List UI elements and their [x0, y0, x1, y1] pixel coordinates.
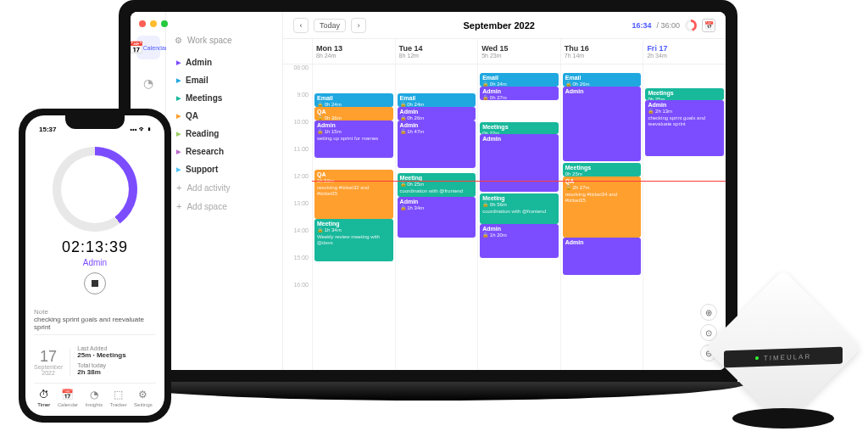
- add-activity-button[interactable]: +Add activity: [175, 178, 274, 197]
- tracked-total: / 36:00: [656, 21, 680, 30]
- workspace-header[interactable]: ⚙Work space: [175, 36, 274, 45]
- sidebar-item-reading[interactable]: ▶Reading: [175, 125, 274, 143]
- day-column[interactable]: Email🔒 0h 24mAdmin🔒 0h 26mAdmin🔒 1h 47mM…: [395, 64, 478, 370]
- lock-icon: 🔒: [648, 109, 654, 114]
- phone-tab-insights[interactable]: ◔Insights: [85, 389, 103, 407]
- next-week-button[interactable]: ›: [351, 18, 366, 33]
- timer-ring: [53, 147, 137, 232]
- event-block[interactable]: Email🔒 0h 24m: [398, 93, 476, 107]
- event-block[interactable]: Meetings0h 25m: [645, 88, 724, 100]
- phone-tab-settings[interactable]: ⚙Settings: [134, 389, 153, 407]
- sidebar-item-meetings[interactable]: ▶Meetings: [175, 89, 274, 107]
- phone-mockup: 15:37••• ᯤ ▮ 02:13:39 Admin Note checkin…: [19, 109, 171, 423]
- event-block[interactable]: Admin: [563, 238, 642, 275]
- note-input[interactable]: checking sprint goals and reevaluate spr…: [34, 316, 156, 335]
- hour-label: 14:00: [283, 227, 312, 255]
- event-block[interactable]: Meetings0h 22m: [480, 122, 559, 134]
- event-block[interactable]: Email🔒 0h 26m: [563, 73, 642, 87]
- day-column[interactable]: Email🔒 0h 24mQA🔒 0h 26mAdmin🔒 1h 15msett…: [312, 64, 395, 370]
- day-header: Wed 155h 23m: [477, 39, 560, 64]
- hour-label: 9:00: [283, 92, 312, 119]
- event-block[interactable]: Admin🔒 0h 26m: [398, 107, 476, 120]
- progress-donut-icon: [685, 20, 697, 31]
- lock-icon: 🔒: [400, 182, 406, 187]
- lock-icon: 🔒: [565, 185, 571, 190]
- day-column[interactable]: Email🔒 0h 26mAdminMeetings0h 25mQA🔒 2h 2…: [560, 64, 643, 370]
- date-display: 17 September 2022: [34, 349, 70, 376]
- lock-icon: 🔒: [400, 129, 406, 134]
- phone-tab-tracker[interactable]: ⬚Tracker: [110, 389, 127, 407]
- event-block[interactable]: Admin: [563, 87, 642, 161]
- event-block[interactable]: Admin🔒 2h 13mchecking sprint goals and r…: [645, 100, 724, 156]
- event-block[interactable]: Email🔒 0h 24m: [314, 93, 393, 107]
- timer-icon: ⏱: [39, 389, 49, 401]
- tracker-icon: ⬚: [114, 389, 123, 401]
- date-picker-icon[interactable]: 📅: [702, 19, 715, 32]
- phone-tab-timer[interactable]: ⏱Timer: [37, 389, 50, 407]
- event-block[interactable]: QA1h 56mresolving #ticket32 and #ticket3…: [314, 170, 393, 219]
- phone-time: 15:37: [39, 126, 56, 133]
- day-header: Tue 148h 12m: [395, 39, 478, 64]
- event-block[interactable]: Admin🔒 0h 27m: [480, 87, 559, 100]
- tracked-current: 16:34: [632, 21, 651, 30]
- insights-icon: ◔: [90, 389, 98, 401]
- hour-label: 12:00: [283, 173, 312, 200]
- nav-calendar[interactable]: 📅Calendar: [136, 36, 160, 59]
- today-button[interactable]: Today: [314, 19, 346, 32]
- gear-icon: ⚙: [175, 36, 182, 45]
- laptop-mockup: 📅Calendar ◔ ◇ ⚙Work space ▶Admin▶Email▶M…: [119, 0, 737, 416]
- event-block[interactable]: QA🔒 2h 27mresolving #ticket34 and #ticke…: [563, 176, 642, 238]
- lock-icon: 🔒: [482, 233, 488, 238]
- window-controls[interactable]: [139, 20, 168, 27]
- hour-label: 10:00: [283, 119, 312, 146]
- hour-label: 11:00: [283, 146, 312, 173]
- sidebar-item-research[interactable]: ▶Research: [175, 143, 274, 160]
- hour-label: 13:00: [283, 200, 312, 227]
- event-block[interactable]: Meeting🔒 1h 34mWeekly review meeting wit…: [314, 219, 393, 261]
- zoom-in-button[interactable]: ⊕: [700, 304, 717, 321]
- event-block[interactable]: Admin🔒 1h 34m: [398, 197, 476, 238]
- hour-label: 16:00: [283, 282, 312, 309]
- event-block[interactable]: Admin🔒 1h 15msetting up sprint for mames: [314, 120, 393, 158]
- lock-icon: 🔒: [317, 227, 323, 233]
- lock-icon: 🔒: [482, 202, 488, 207]
- event-block[interactable]: Admin🔒 1h 47m: [398, 120, 476, 168]
- last-added-label: Last Added: [77, 345, 125, 351]
- timer-value: 02:13:39: [34, 238, 156, 256]
- event-block[interactable]: Meeting🔒 0h 25mcoordination with @fronte…: [398, 173, 476, 197]
- nav-reports-icon[interactable]: ◔: [136, 71, 160, 95]
- sidebar-item-admin[interactable]: ▶Admin: [175, 53, 274, 71]
- add-space-button[interactable]: +Add space: [175, 197, 274, 216]
- sidebar-item-support[interactable]: ▶Support: [175, 160, 274, 178]
- lock-icon: 🔒: [317, 129, 323, 134]
- prev-week-button[interactable]: ‹: [293, 18, 309, 33]
- calendar-main: ‹ Today › September 2022 16:34 / 36:00 📅…: [283, 12, 726, 370]
- total-today-label: Total today: [77, 362, 125, 368]
- sidebar-item-email[interactable]: ▶Email: [175, 71, 274, 89]
- total-today-value: 2h 38m: [77, 368, 125, 376]
- event-block[interactable]: Admin🔒 1h 20m: [480, 224, 559, 258]
- day-header: Thu 167h 14m: [560, 39, 643, 64]
- device-brand: TIMEULAR: [764, 352, 811, 361]
- sidebar-item-qa[interactable]: ▶QA: [175, 107, 274, 125]
- day-column[interactable]: Email🔒 0h 24mAdmin🔒 0h 27mMeetings0h 22m…: [477, 64, 560, 370]
- calendar-icon: 📅: [61, 389, 74, 401]
- lock-icon: 🔒: [482, 95, 488, 100]
- day-header: Mon 138h 24m: [312, 39, 395, 64]
- settings-icon: ⚙: [138, 389, 147, 401]
- lock-icon: 🔒: [400, 205, 406, 210]
- tracker-device: TIMEULAR: [715, 284, 851, 429]
- timer-category[interactable]: Admin: [34, 258, 156, 267]
- hour-label: 15:00: [283, 255, 312, 282]
- event-block[interactable]: Meeting🔒 0h 56mcoordination with @fronte…: [480, 193, 559, 224]
- day-header: Fri 172h 34m: [643, 39, 726, 64]
- phone-status-icons: ••• ᯤ ▮: [130, 126, 151, 133]
- event-block[interactable]: Meetings0h 25m: [563, 163, 642, 176]
- event-block[interactable]: QA🔒 0h 26m: [314, 107, 393, 120]
- event-block[interactable]: Admin: [480, 134, 559, 192]
- event-block[interactable]: Email🔒 0h 24m: [480, 73, 559, 87]
- stop-button[interactable]: [84, 272, 106, 294]
- hour-label: 08:00: [283, 64, 312, 92]
- phone-tab-calendar[interactable]: 📅Calendar: [58, 389, 78, 407]
- note-label: Note: [34, 308, 156, 316]
